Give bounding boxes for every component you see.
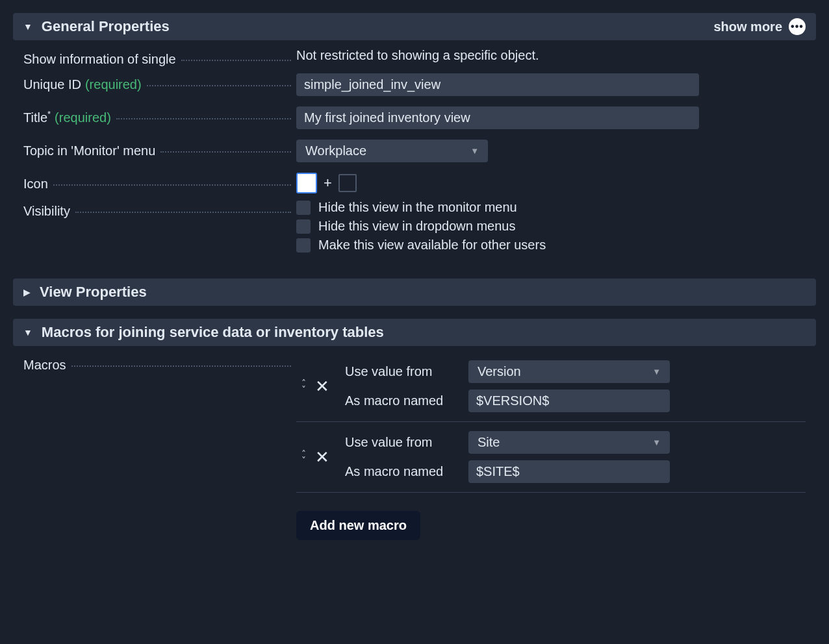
macro-item: ˄˅ ✕ Use value from Version ▼ As macro n…	[296, 354, 806, 422]
more-menu-button[interactable]: •••	[789, 18, 806, 35]
macros-body: Macros ˄˅ ✕ Use value from Version ▼	[13, 351, 816, 562]
hide-monitor-checkbox[interactable]	[296, 201, 311, 215]
leader-dots	[71, 354, 291, 367]
icon-picker-box[interactable]	[296, 173, 317, 193]
leader-dots	[181, 48, 291, 61]
show-info-label: Show information of single	[23, 52, 176, 67]
section-header-macros[interactable]: ▼ Macros for joining service data or inv…	[13, 319, 816, 346]
macros-label: Macros	[23, 358, 66, 373]
chevron-down-icon: ˅	[301, 386, 306, 393]
macro-source-select[interactable]: Site ▼	[468, 431, 670, 454]
use-value-from-label: Use value from	[345, 435, 468, 450]
collapse-icon: ▼	[23, 21, 32, 32]
expand-icon: ▶	[23, 287, 31, 297]
collapse-icon: ▼	[23, 327, 32, 338]
icon-add-slot[interactable]	[338, 174, 357, 192]
section-header-general[interactable]: ▼ General Properties show more •••	[13, 13, 816, 40]
delete-macro-button[interactable]: ✕	[315, 447, 329, 467]
visibility-label: Visibility	[23, 204, 70, 219]
chevron-down-icon: ˅	[301, 457, 306, 464]
show-info-value: Not restricted to showing a specific obj…	[296, 48, 539, 62]
macro-name-input[interactable]	[468, 390, 670, 412]
section-title: View Properties	[40, 284, 806, 301]
topic-select[interactable]: Workplace ▼	[296, 140, 488, 162]
use-value-from-label: Use value from	[345, 364, 468, 379]
leader-dots	[75, 200, 291, 213]
section-header-view-properties[interactable]: ▶ View Properties	[13, 279, 816, 306]
available-others-label: Make this view available for other users	[318, 238, 546, 253]
reorder-handle[interactable]: ˄˅	[301, 451, 306, 464]
icon-label: Icon	[23, 177, 48, 192]
required-tag: (required)	[85, 77, 142, 92]
add-macro-button[interactable]: Add new macro	[296, 511, 420, 540]
plus-icon: +	[324, 175, 332, 192]
chevron-down-icon: ▼	[652, 367, 661, 377]
leader-dots	[116, 106, 291, 119]
macro-item: ˄˅ ✕ Use value from Site ▼ As macro name…	[296, 425, 806, 493]
topic-label: Topic in 'Monitor' menu	[23, 143, 155, 158]
macro-source-value: Version	[478, 364, 521, 379]
macro-source-select[interactable]: Version ▼	[468, 360, 670, 383]
available-others-checkbox[interactable]	[296, 238, 311, 253]
leader-dots	[160, 140, 291, 153]
macro-name-input[interactable]	[468, 460, 670, 483]
unique-id-label: Unique ID	[23, 77, 81, 92]
leader-dots	[53, 173, 291, 186]
macro-source-value: Site	[478, 435, 500, 450]
show-more-label[interactable]: show more	[713, 19, 782, 34]
reorder-handle[interactable]: ˄˅	[301, 380, 306, 393]
required-tag: (required)	[55, 110, 111, 125]
section-title: Macros for joining service data or inven…	[42, 324, 806, 341]
leader-dots	[147, 73, 291, 86]
chevron-down-icon: ▼	[652, 438, 661, 447]
title-label: Title*	[23, 109, 51, 125]
general-properties-body: Show information of single Not restricte…	[13, 45, 816, 279]
as-macro-named-label: As macro named	[345, 464, 468, 479]
hide-monitor-label: Hide this view in the monitor menu	[318, 200, 517, 215]
topic-select-value: Workplace	[305, 143, 366, 158]
ellipsis-icon: •••	[791, 21, 804, 32]
chevron-down-icon: ▼	[470, 146, 479, 156]
hide-dropdown-label: Hide this view in dropdown menus	[318, 219, 516, 234]
as-macro-named-label: As macro named	[345, 393, 468, 408]
delete-macro-button[interactable]: ✕	[315, 377, 329, 397]
unique-id-input[interactable]	[296, 73, 699, 96]
section-title: General Properties	[42, 18, 714, 35]
hide-dropdown-checkbox[interactable]	[296, 219, 311, 234]
title-input[interactable]	[296, 106, 699, 129]
